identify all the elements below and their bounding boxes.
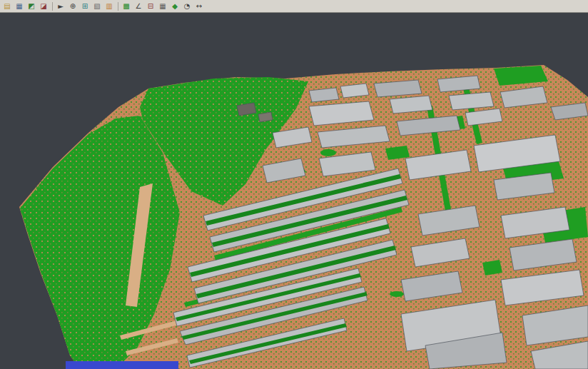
measure-tool-icon[interactable]: ∠ <box>133 1 144 12</box>
layers-panel-icon[interactable]: ▧ <box>91 1 103 12</box>
tree-clump <box>390 291 404 297</box>
elevation-color-ramp-icon[interactable]: ▥ <box>103 1 115 12</box>
tree-clump <box>320 149 336 156</box>
application-window: ▤▦◩◪►⊕⊞▧▥▩∠⊟▦◆◔↔ <box>0 0 588 369</box>
open-folder-icon[interactable]: ▤ <box>1 1 13 12</box>
select-tool-icon[interactable]: ► <box>55 1 66 12</box>
bottom-blue-fragment <box>66 361 178 369</box>
orbit-view-icon[interactable]: ◔ <box>181 1 193 12</box>
grid-toggle-icon[interactable]: ▦ <box>157 1 168 12</box>
classification-colors-icon[interactable]: ▩ <box>121 1 132 12</box>
zoom-extents-icon[interactable]: ⊞ <box>79 1 91 12</box>
save-project-icon[interactable]: ▦ <box>14 1 25 12</box>
toolbar: ▤▦◩◪►⊕⊞▧▥▩∠⊟▦◆◔↔ <box>0 0 588 13</box>
fullscreen-view-icon[interactable]: ↔ <box>193 1 205 12</box>
toolbar-separator <box>118 2 118 11</box>
building <box>309 88 339 102</box>
export-point-cloud-icon[interactable]: ◪ <box>38 1 49 12</box>
toolbar-separator <box>52 2 53 11</box>
pan-tool-icon[interactable]: ⊕ <box>67 1 78 12</box>
building <box>340 84 369 98</box>
vegetation-filter-icon[interactable]: ◆ <box>169 1 181 12</box>
toolbar-icons: ▤▦◩◪►⊕⊞▧▥▩∠⊟▦◆◔↔ <box>1 1 206 12</box>
import-point-cloud-icon[interactable]: ◩ <box>26 1 37 12</box>
clip-box-icon[interactable]: ⊟ <box>145 1 156 12</box>
viewport-3d[interactable] <box>0 0 588 369</box>
